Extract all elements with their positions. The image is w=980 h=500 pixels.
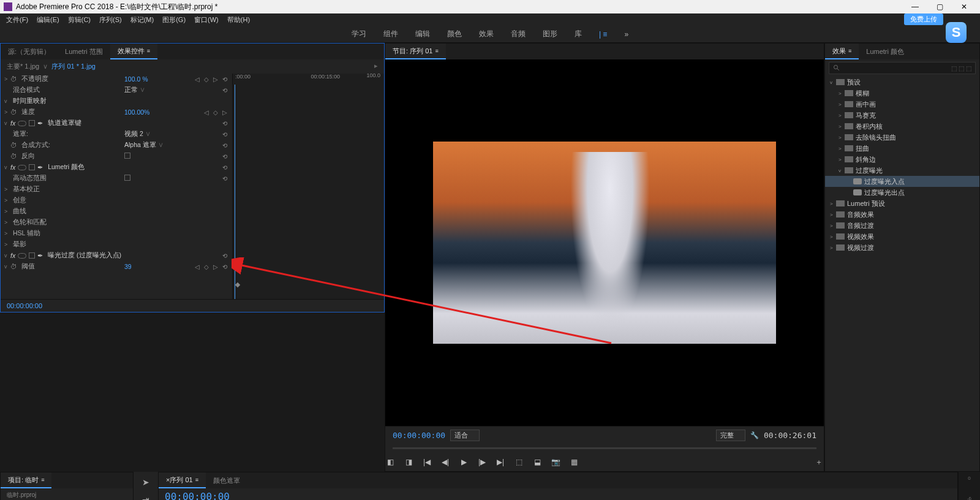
step-fwd-icon[interactable]: |▶	[477, 457, 487, 467]
mini-playhead[interactable]	[235, 85, 235, 299]
mark-in-icon[interactable]: ◧	[385, 457, 395, 467]
tree-item[interactable]: v过度曝光	[825, 165, 979, 176]
workspace-学习[interactable]: 学习	[352, 29, 366, 39]
fx-row[interactable]: >⏱不透明度100.0 %◁◇▷⟲	[1, 74, 232, 85]
menu-item[interactable]: 文件(F)	[6, 15, 28, 25]
tree-item[interactable]: >画中画	[825, 99, 979, 110]
workspace-组件[interactable]: 组件	[383, 29, 398, 39]
workspace-库[interactable]: 库	[575, 29, 582, 39]
tab-效果控件[interactable]: 效果控件≡	[110, 44, 157, 59]
tree-item[interactable]: >音频效果	[825, 209, 979, 220]
menu-item[interactable]: 标记(M)	[130, 15, 154, 25]
add-button-icon[interactable]: ＋	[814, 457, 824, 467]
workspace-overflow[interactable]: »	[624, 30, 628, 39]
fx-row[interactable]: ⏱反向⟲	[1, 151, 232, 162]
workspace-图形[interactable]: 图形	[543, 29, 557, 39]
go-out-icon[interactable]: ▶|	[496, 457, 505, 467]
menu-item[interactable]: 剪辑(C)	[68, 15, 91, 25]
close-button[interactable]: ✕	[952, 0, 976, 13]
tree-item[interactable]: >音频过渡	[825, 220, 979, 231]
upload-button[interactable]: 免费上传	[904, 13, 943, 25]
project-tab[interactable]: 项目: 临时≡	[1, 472, 51, 488]
matte-tab[interactable]: 颜色遮罩	[206, 472, 247, 488]
tree-item[interactable]: >Lumetri 预设	[825, 198, 979, 209]
effects-search-input[interactable]	[840, 64, 951, 72]
comparison-icon[interactable]: ▦	[569, 457, 579, 467]
program-preview-image	[433, 142, 776, 344]
keyframe-diamond[interactable]	[235, 282, 241, 289]
fx-row[interactable]: >色轮和匹配	[1, 217, 232, 228]
tree-item[interactable]: >斜角边	[825, 154, 979, 165]
tree-item[interactable]: >模糊	[825, 88, 979, 99]
fx-row[interactable]: vfx✒轨道遮罩键⟲	[1, 118, 232, 129]
tree-item[interactable]: 过度曝光出点	[825, 187, 979, 198]
crumb-seq[interactable]: 序列 01 * 1.jpg	[51, 63, 96, 70]
tree-item[interactable]: >扭曲	[825, 143, 979, 154]
tree-item[interactable]: >去除镜头扭曲	[825, 132, 979, 143]
title-bar: Adobe Premiere Pro CC 2018 - E:\临时文件\工程\…	[0, 0, 980, 13]
tab-源:（无剪辑）[interactable]: 源:（无剪辑）	[1, 44, 58, 59]
quality-select[interactable]: 完整	[716, 430, 745, 441]
lift-icon[interactable]: ⬚	[514, 457, 524, 467]
workspace-效果[interactable]: 效果	[479, 29, 494, 39]
menu-item[interactable]: 图形(G)	[162, 15, 186, 25]
workspace-音频[interactable]: 音频	[511, 29, 526, 39]
workspace-颜色[interactable]: 颜色	[447, 29, 462, 39]
settings-icon[interactable]: 🔧	[750, 431, 759, 439]
menu-item[interactable]: 序列(S)	[99, 15, 122, 25]
fx-row[interactable]: v⏱阈值39◁◇▷⟲	[1, 261, 232, 272]
fx-row[interactable]: >⏱速度100.00%◁◇▷	[1, 107, 232, 118]
menu-item[interactable]: 帮助(H)	[227, 15, 250, 25]
effect-controls-timecode[interactable]: 00:00:00:00	[1, 299, 384, 312]
track-select-tool-icon[interactable]: ⇥	[140, 494, 151, 500]
minimize-button[interactable]: —	[903, 0, 927, 13]
tab-Lumetri 范围[interactable]: Lumetri 范围	[58, 44, 110, 59]
fx-row[interactable]: vfx✒Lumetri 颜色⟲	[1, 162, 232, 173]
fx-row[interactable]: 高动态范围⟲	[1, 173, 232, 184]
fx-row[interactable]: >曲线	[1, 206, 232, 217]
step-back-icon[interactable]: ◀|	[440, 457, 450, 467]
play-icon[interactable]: ▶	[459, 457, 469, 467]
tree-item[interactable]: 过度曝光入点	[825, 176, 979, 187]
lumetri-color-tab[interactable]: Lumetri 颜色	[859, 44, 911, 59]
fx-row[interactable]: vfx✒曝光过度 (过度曝光入点)⟲	[1, 250, 232, 261]
fx-row[interactable]: >晕影	[1, 239, 232, 250]
program-view[interactable]	[385, 59, 824, 426]
sogou-icon[interactable]: S	[946, 22, 967, 43]
maximize-button[interactable]: ▢	[927, 0, 952, 13]
tool-palette: ➤ ⇥ ⇆ ✂ ↔ ✒ ✋ T	[134, 472, 158, 500]
tree-item[interactable]: >视频过渡	[825, 242, 979, 253]
fx-row[interactable]: >基本校正	[1, 184, 232, 195]
fx-row[interactable]: >HSL 辅助	[1, 228, 232, 239]
workspace-编辑[interactable]: 编辑	[415, 29, 430, 39]
menu-item[interactable]: 编辑(E)	[37, 15, 59, 25]
go-in-icon[interactable]: |◀	[422, 457, 432, 467]
program-tc-out[interactable]: 00:00:26:01	[764, 431, 816, 440]
tree-item[interactable]: v预设	[825, 77, 979, 88]
fx-row[interactable]: v时间重映射	[1, 96, 232, 107]
fx-row[interactable]: >创意	[1, 195, 232, 206]
tree-item[interactable]: >马赛克	[825, 110, 979, 121]
effect-mini-timeline[interactable]: :00:0000:00:15:00 100.0	[232, 74, 384, 299]
selection-tool-icon[interactable]: ➤	[140, 477, 151, 488]
fx-row[interactable]: ⏱合成方式:Alpha 遮罩 ∨⟲	[1, 140, 232, 151]
timeline-panel: × 序列 01 ≡ 颜色遮罩 00:00:00:00 ⚹ ∩ ▮ 🔧 ⬚🔒V3👁…	[158, 472, 958, 500]
project-panel: 项目: 临时≡ 临时.prproj ⬚ 26:01序列 013:58:25704…	[0, 472, 134, 500]
search-icon	[833, 64, 840, 72]
extract-icon[interactable]: ⬓	[532, 457, 542, 467]
effects-search[interactable]: ⬚ ⬚ ⬚	[829, 62, 976, 74]
program-tc-in[interactable]: 00:00:00:00	[393, 431, 445, 440]
program-tab[interactable]: 节目: 序列 01≡	[385, 44, 446, 59]
fx-row[interactable]: 遮罩:视频 2 ∨⟲	[1, 129, 232, 140]
zoom-select[interactable]: 适合	[450, 430, 480, 441]
menu-item[interactable]: 窗口(W)	[194, 15, 219, 25]
tree-item[interactable]: >卷积内核	[825, 121, 979, 132]
export-frame-icon[interactable]: 📷	[551, 457, 560, 467]
timeline-timecode[interactable]: 00:00:00:00	[165, 491, 230, 500]
tree-item[interactable]: >视频效果	[825, 231, 979, 242]
sequence-tab[interactable]: × 序列 01 ≡	[159, 472, 206, 488]
effects-tab[interactable]: 效果≡	[825, 44, 859, 59]
fx-row[interactable]: 混合模式正常 ∨⟲	[1, 85, 232, 96]
mark-out-icon[interactable]: ◨	[404, 457, 413, 467]
program-scrubber[interactable]	[393, 447, 816, 449]
